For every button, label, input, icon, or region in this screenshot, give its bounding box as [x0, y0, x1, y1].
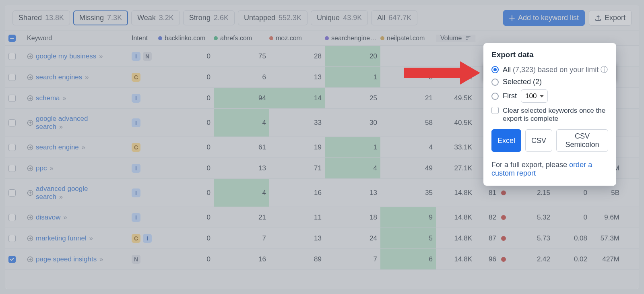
tab-strong[interactable]: Strong 2.6K	[183, 10, 235, 25]
domain-value: 49	[380, 164, 436, 172]
domain-value: 4	[325, 158, 380, 178]
row-checkbox[interactable]	[8, 235, 16, 242]
export-option-selected[interactable]: Selected (2)	[491, 78, 608, 86]
com-value: 0	[553, 189, 590, 197]
volume-value: 27.1K	[436, 164, 475, 172]
expand-icon[interactable]	[27, 256, 33, 263]
keyword-link[interactable]: ppc »	[36, 164, 54, 172]
domain-value: 7	[214, 234, 269, 242]
expand-icon[interactable]	[27, 74, 33, 81]
add-button-label: Add to keyword list	[518, 14, 579, 22]
domain-value: 20	[325, 46, 380, 66]
domain-value: 3	[380, 73, 436, 81]
results-value: 5B	[590, 189, 623, 197]
domain-value: 11	[269, 213, 325, 222]
col-domain-2[interactable]: moz.com	[269, 35, 325, 42]
expand-icon[interactable]	[27, 95, 33, 101]
clear-after-export-checkbox[interactable]: Clear selected keywords once the export …	[491, 107, 608, 123]
com-value: 0	[553, 213, 590, 222]
difficulty-dot-icon	[501, 236, 506, 241]
intent-chip: I	[132, 213, 140, 222]
row-checkbox[interactable]	[8, 214, 16, 221]
domain-value: 0	[158, 234, 214, 242]
row-checkbox[interactable]	[8, 53, 16, 60]
intent-cell: CI	[132, 234, 158, 243]
first-count-select[interactable]: 100	[521, 89, 548, 103]
keyword-link[interactable]: schema »	[36, 94, 66, 102]
domain-value: 33	[269, 119, 325, 127]
row-checkbox[interactable]	[8, 119, 16, 126]
tab-missing[interactable]: Missing 7.3K	[73, 10, 128, 25]
export-csv-button[interactable]: CSV	[525, 129, 552, 152]
row-checkbox[interactable]	[8, 256, 16, 263]
domain-value: 25	[325, 94, 380, 102]
intent-cell: I	[132, 118, 158, 127]
expand-icon[interactable]	[27, 144, 33, 151]
row-checkbox[interactable]	[8, 74, 16, 81]
export-option-first[interactable]: First 100	[491, 89, 608, 103]
chevron-right-icon: »	[62, 94, 66, 102]
intent-chip: N	[143, 52, 152, 61]
export-excel-button[interactable]: Excel	[491, 129, 521, 152]
export-button[interactable]: Export	[589, 10, 632, 26]
expand-icon[interactable]	[27, 165, 33, 172]
export-footer: For a full export, please order a custom…	[491, 161, 608, 178]
col-domain-3[interactable]: searchengine…	[325, 35, 380, 42]
tab-all[interactable]: All 647.7K	[371, 10, 417, 25]
keyword-link[interactable]: google my business »	[36, 52, 103, 60]
intent-cell: C	[132, 73, 158, 82]
intent-chip: I	[132, 94, 140, 103]
domain-value: 75	[214, 52, 269, 60]
domain-value: 4	[380, 143, 436, 151]
domain-value: 21	[214, 213, 269, 222]
domain-value: 0	[158, 213, 214, 222]
col-keyword[interactable]: Keyword	[27, 35, 132, 42]
col-volume[interactable]: Volume	[436, 35, 475, 42]
expand-icon[interactable]	[27, 214, 33, 221]
keyword-link[interactable]: search engines »	[36, 73, 89, 81]
intent-cell: I	[132, 213, 158, 222]
col-domain-4[interactable]: neilpatel.com	[380, 35, 436, 42]
tab-weak[interactable]: Weak 3.2K	[131, 10, 180, 25]
volume-value: 40.5K	[436, 119, 475, 127]
col-domain-0[interactable]: backlinko.com	[158, 35, 214, 42]
row-checkbox[interactable]	[8, 144, 16, 151]
intent-chip: I	[132, 188, 140, 197]
chevron-right-icon: »	[99, 52, 103, 60]
chevron-right-icon: »	[82, 143, 85, 151]
keyword-link[interactable]: marketing funnel »	[36, 234, 93, 242]
tab-shared[interactable]: Shared 13.8K	[12, 10, 70, 25]
domain-value: 58	[380, 119, 436, 127]
domain-value: 6	[214, 73, 269, 81]
row-checkbox[interactable]	[8, 95, 16, 102]
col-intent[interactable]: Intent	[132, 35, 158, 42]
intent-chip: C	[132, 234, 140, 243]
radio-icon	[491, 66, 499, 73]
expand-icon[interactable]	[27, 235, 33, 242]
keyword-link[interactable]: search engine »	[36, 143, 85, 151]
expand-icon[interactable]	[27, 120, 33, 126]
domain-value: 13	[269, 234, 325, 242]
tab-untapped[interactable]: Untapped 552.3K	[238, 10, 308, 25]
domain-value: 13	[325, 189, 380, 197]
keyword-link[interactable]: advanced googlesearch »	[36, 185, 88, 201]
cpc-value: 5.73	[509, 234, 553, 242]
tab-unique[interactable]: Unique 43.9K	[311, 10, 368, 25]
keyword-link[interactable]: page speed insights »	[36, 255, 103, 263]
domain-dot-icon	[214, 36, 218, 40]
domain-value: 0	[158, 143, 214, 151]
domain-value: 7	[325, 255, 380, 263]
col-domain-1[interactable]: ahrefs.com	[214, 35, 269, 42]
keyword-link[interactable]: google advancedsearch »	[36, 115, 88, 131]
kd-value: 87	[475, 234, 509, 242]
info-icon[interactable]: ⓘ	[601, 66, 608, 74]
export-csv-semicolon-button[interactable]: CSV Semicolon	[556, 129, 608, 152]
keyword-link[interactable]: disavow »	[36, 213, 67, 222]
row-checkbox[interactable]	[8, 165, 16, 172]
export-option-all[interactable]: All (7,323) based on your limit ⓘ	[491, 65, 608, 75]
row-checkbox[interactable]	[8, 189, 16, 197]
expand-icon[interactable]	[27, 190, 33, 196]
select-all-checkbox[interactable]	[8, 35, 16, 42]
expand-icon[interactable]	[27, 53, 33, 60]
add-to-keyword-list-button[interactable]: Add to keyword list	[503, 10, 585, 26]
